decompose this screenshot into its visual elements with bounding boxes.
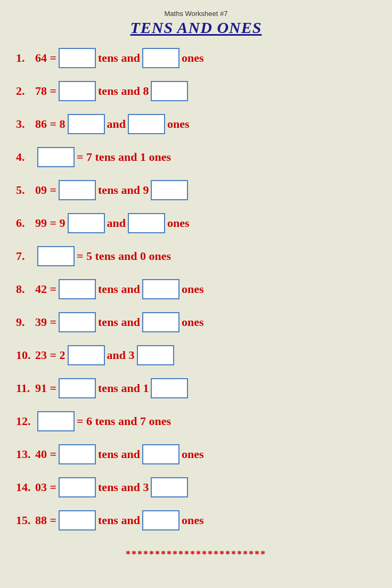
answer-box[interactable] — [37, 147, 75, 167]
problem-row: 4. = 7 tens and 1 ones — [16, 143, 376, 171]
answer-box[interactable] — [142, 48, 179, 68]
problem-number: 7. — [16, 249, 35, 263]
problem-text-part: and — [107, 117, 126, 131]
problem-text: 23 = 2 — [35, 348, 66, 362]
problem-number: 4. — [16, 150, 35, 164]
problem-text-part: tens and — [98, 282, 140, 296]
problem-number: 3. — [16, 117, 35, 131]
answer-box[interactable] — [59, 477, 96, 497]
problem-row: 7. = 5 tens and 0 ones — [16, 242, 376, 270]
problem-text: 40 = — [35, 447, 56, 461]
problem-row: 14. 03 = tens and 3 — [16, 473, 376, 501]
answer-box[interactable] — [37, 246, 75, 266]
problem-text-part: tens and 3 — [98, 480, 149, 494]
problem-text-part: tens and — [98, 447, 140, 461]
answer-box[interactable] — [128, 213, 165, 233]
problems-container: 1. 64 = tens and ones2. 78 = tens and 8 … — [16, 44, 376, 540]
problem-number: 8. — [16, 282, 35, 296]
problem-row: 6. 99 = 9 and ones — [16, 209, 376, 237]
answer-box[interactable] — [151, 180, 188, 200]
problem-number: 1. — [16, 51, 35, 65]
answer-box[interactable] — [68, 114, 105, 134]
problem-text: 03 = — [35, 480, 56, 494]
problem-text-part: tens and 9 — [98, 183, 149, 197]
problem-text-part: = 5 tens and 0 ones — [77, 249, 171, 263]
answer-box[interactable] — [59, 378, 96, 398]
problem-text-part: ones — [167, 216, 190, 230]
answer-box[interactable] — [59, 279, 96, 299]
problem-text-part: tens and 8 — [98, 84, 149, 98]
problem-text-part: and — [107, 216, 126, 230]
problem-text: 64 = — [35, 51, 56, 65]
answer-box[interactable] — [137, 345, 174, 365]
problem-text-part: ones — [182, 282, 204, 296]
problem-number: 13. — [16, 447, 35, 461]
answer-box[interactable] — [142, 279, 179, 299]
problem-text-part: = 7 tens and 1 ones — [77, 150, 171, 164]
problem-text-part: ones — [182, 315, 204, 329]
answer-box[interactable] — [151, 477, 188, 497]
problem-text: 39 = — [35, 315, 56, 329]
problem-text-part: ones — [182, 51, 204, 65]
problem-text: 91 = — [35, 381, 56, 395]
problem-text-part: ones — [167, 117, 190, 131]
answer-box[interactable] — [142, 510, 179, 530]
problem-text-part: = 6 tens and 7 ones — [77, 414, 171, 428]
problem-number: 14. — [16, 480, 35, 494]
answer-box[interactable] — [59, 48, 96, 68]
problem-text-part: and 3 — [107, 348, 135, 362]
worksheet-subtitle: Maths Worksheet #7 — [130, 10, 262, 18]
problem-number: 2. — [16, 84, 35, 98]
problem-row: 15. 88 = tens and ones — [16, 507, 376, 534]
problem-row: 5. 09 = tens and 9 — [16, 176, 376, 204]
problem-number: 15. — [16, 513, 35, 527]
answer-box[interactable] — [59, 312, 96, 332]
problem-number: 12. — [16, 414, 35, 428]
problem-text-part: ones — [182, 513, 204, 527]
problem-text-part: tens and 1 — [98, 381, 149, 395]
answer-box[interactable] — [59, 81, 96, 101]
answer-box[interactable] — [59, 444, 96, 464]
problem-text: 09 = — [35, 183, 56, 197]
problem-text-part: tens and — [98, 51, 140, 65]
worksheet-header: Maths Worksheet #7 TENS AND ONES — [130, 10, 262, 37]
answer-box[interactable] — [37, 411, 75, 431]
problem-number: 5. — [16, 183, 35, 197]
problem-row: 12. = 6 tens and 7 ones — [16, 407, 376, 435]
problem-row: 13. 40 = tens and ones — [16, 440, 376, 468]
problem-text: 99 = 9 — [35, 216, 66, 230]
answer-box[interactable] — [142, 312, 179, 332]
problem-text: 78 = — [35, 84, 56, 98]
problem-number: 10. — [16, 348, 35, 362]
answer-box[interactable] — [68, 345, 105, 365]
problem-row: 2. 78 = tens and 8 — [16, 77, 376, 105]
answer-box[interactable] — [142, 444, 179, 464]
problem-row: 3. 86 = 8 and ones — [16, 110, 376, 138]
answer-box[interactable] — [59, 180, 96, 200]
answer-box[interactable] — [59, 510, 96, 530]
problem-row: 11. 91 = tens and 1 — [16, 374, 376, 402]
answer-box[interactable] — [128, 114, 165, 134]
problem-row: 10. 23 = 2 and 3 — [16, 341, 376, 369]
problem-text-part: tens and — [98, 513, 140, 527]
answer-box[interactable] — [151, 81, 188, 101]
footer-stars: ************************ — [126, 549, 266, 560]
problem-number: 6. — [16, 216, 35, 230]
problem-text: 42 = — [35, 282, 56, 296]
problem-text: 86 = 8 — [35, 117, 66, 131]
answer-box[interactable] — [68, 213, 105, 233]
problem-row: 1. 64 = tens and ones — [16, 44, 376, 72]
problem-text: 88 = — [35, 513, 56, 527]
problem-number: 9. — [16, 315, 35, 329]
answer-box[interactable] — [151, 378, 188, 398]
worksheet-title: TENS AND ONES — [130, 19, 262, 37]
problem-row: 9. 39 = tens and ones — [16, 308, 376, 336]
problem-row: 8. 42 = tens and ones — [16, 275, 376, 303]
problem-number: 11. — [16, 381, 35, 395]
problem-text-part: tens and — [98, 315, 140, 329]
problem-text-part: ones — [182, 447, 204, 461]
